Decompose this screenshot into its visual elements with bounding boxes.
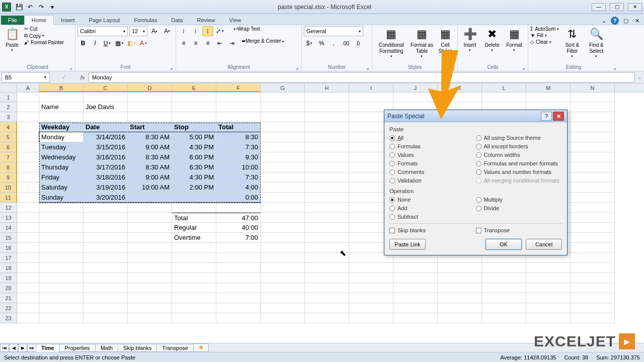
cell[interactable] <box>128 112 172 122</box>
col-header[interactable]: I <box>349 83 393 92</box>
cell[interactable]: 47:00 <box>216 213 261 223</box>
ok-button[interactable]: OK <box>486 239 522 250</box>
dialog-titlebar[interactable]: Paste Special ? ✕ <box>384 110 567 122</box>
cell[interactable] <box>172 203 216 213</box>
cell[interactable]: 3/14/2016 <box>84 132 128 142</box>
col-header[interactable]: E <box>172 83 216 92</box>
name-box[interactable]: B5▾ <box>2 72 50 82</box>
cell[interactable] <box>84 303 128 313</box>
row-header[interactable]: 11 <box>0 193 17 203</box>
cell[interactable] <box>305 263 349 273</box>
cell[interactable] <box>393 283 438 293</box>
cell[interactable] <box>571 223 615 233</box>
col-header[interactable]: K <box>438 83 482 92</box>
cell[interactable] <box>17 132 39 142</box>
tab-insert[interactable]: Insert <box>54 16 82 25</box>
row-header[interactable]: 16 <box>0 243 17 253</box>
cell[interactable] <box>305 273 349 283</box>
cell[interactable] <box>305 213 349 223</box>
cell[interactable] <box>571 93 615 102</box>
cell[interactable] <box>571 183 615 193</box>
cell[interactable] <box>305 142 349 152</box>
cell[interactable] <box>571 293 615 303</box>
cell[interactable] <box>571 112 615 122</box>
cell[interactable] <box>172 273 216 283</box>
cell[interactable] <box>261 112 305 122</box>
cell[interactable] <box>261 162 305 172</box>
cell[interactable] <box>39 263 84 273</box>
cut-button[interactable]: ✂Cut <box>24 26 64 32</box>
shrink-font-icon[interactable]: A▾ <box>162 26 173 36</box>
cell[interactable] <box>261 223 305 233</box>
sheet-tab-time[interactable]: Time <box>36 344 59 352</box>
cell[interactable] <box>84 223 128 233</box>
cell[interactable]: Date <box>84 122 128 132</box>
format-as-table-button[interactable]: ▦Format as Table▾ <box>411 26 434 58</box>
cell[interactable] <box>305 132 349 142</box>
cell[interactable] <box>216 112 261 122</box>
cell[interactable] <box>305 303 349 313</box>
row-header[interactable]: 23 <box>0 313 17 323</box>
cell[interactable] <box>349 313 393 323</box>
cell[interactable] <box>526 313 571 323</box>
font-color-button[interactable]: A <box>138 38 149 48</box>
sheet-nav-last[interactable]: ⏭ <box>27 344 36 352</box>
col-header[interactable]: D <box>128 83 172 92</box>
cell[interactable] <box>305 283 349 293</box>
row-header[interactable]: 1 <box>0 93 17 102</box>
sort-filter-button[interactable]: ⇅Sort & Filter▾ <box>561 26 583 58</box>
cell[interactable] <box>261 142 305 152</box>
row-header[interactable]: 18 <box>0 263 17 273</box>
cell[interactable]: Regular <box>172 223 216 233</box>
cell[interactable]: 10:00 <box>216 162 261 172</box>
cell[interactable]: 8:30 <box>216 132 261 142</box>
cell[interactable]: 7:30 <box>216 142 261 152</box>
insert-cells-button[interactable]: ➕Insert▾ <box>460 26 480 52</box>
sheet-nav-prev[interactable]: ◀ <box>9 344 18 352</box>
cell[interactable] <box>571 162 615 172</box>
cell[interactable] <box>216 283 261 293</box>
cell[interactable] <box>438 273 482 283</box>
cell[interactable] <box>17 253 39 263</box>
cell[interactable] <box>216 273 261 283</box>
cell[interactable] <box>172 313 216 323</box>
cell[interactable] <box>128 203 172 213</box>
decrease-indent-icon[interactable]: ⇤ <box>214 38 225 48</box>
row-header[interactable]: 13 <box>0 213 17 223</box>
cell[interactable] <box>526 293 571 303</box>
cell[interactable] <box>128 213 172 223</box>
cell[interactable]: Joe Davis <box>84 102 128 112</box>
cell[interactable] <box>349 303 393 313</box>
sheet-tab-transpose[interactable]: Transpose <box>156 344 194 352</box>
italic-button[interactable]: I <box>90 38 101 48</box>
row-header[interactable]: 3 <box>0 112 17 122</box>
formula-input[interactable]: Monday <box>89 72 635 82</box>
cell[interactable] <box>526 263 571 273</box>
cell[interactable] <box>84 273 128 283</box>
cell[interactable] <box>216 293 261 303</box>
cell[interactable] <box>84 203 128 213</box>
sheet-tab-properties[interactable]: Properties <box>59 344 95 352</box>
cell[interactable] <box>305 253 349 263</box>
ribbon-minimize-icon[interactable]: ⌄ <box>600 17 608 25</box>
cell[interactable] <box>261 152 305 162</box>
cell[interactable] <box>349 93 393 102</box>
row-header[interactable]: 20 <box>0 283 17 293</box>
cell[interactable]: Monday <box>39 132 84 142</box>
cell[interactable] <box>571 102 615 112</box>
cell[interactable] <box>84 213 128 223</box>
cell[interactable] <box>172 102 216 112</box>
tab-view[interactable]: View <box>222 16 249 25</box>
cell[interactable] <box>128 223 172 233</box>
cell[interactable]: Weekday <box>39 122 84 132</box>
cell[interactable] <box>261 273 305 283</box>
cell[interactable] <box>261 193 305 203</box>
cell[interactable] <box>17 142 39 152</box>
cell[interactable] <box>128 93 172 102</box>
cell[interactable] <box>216 243 261 253</box>
cell[interactable] <box>305 193 349 203</box>
cell[interactable]: 4:30 PM <box>172 172 216 183</box>
cell[interactable] <box>438 293 482 303</box>
cell[interactable] <box>571 263 615 273</box>
cell[interactable] <box>39 233 84 243</box>
